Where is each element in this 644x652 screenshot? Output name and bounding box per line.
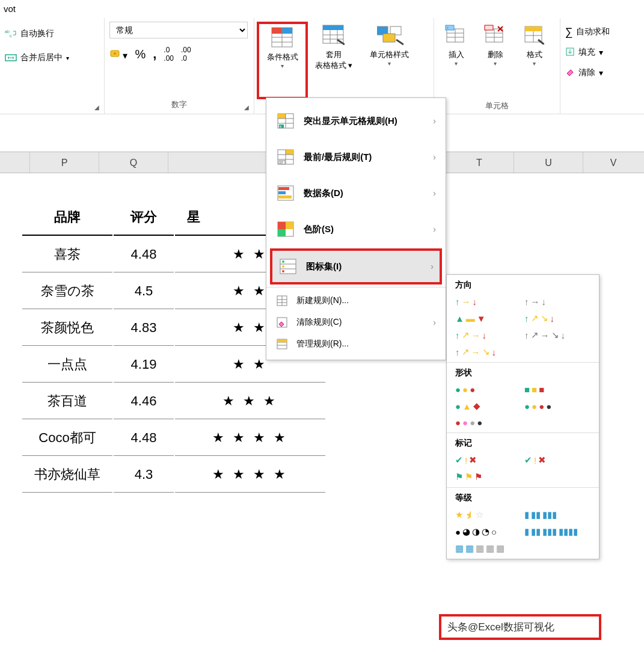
iconset-option[interactable]: ●●●● <box>524 401 575 411</box>
iconset-option[interactable]: ↑↗↘↓ <box>524 313 575 324</box>
iconset-option[interactable]: ↑↗→↓ <box>455 330 506 340</box>
iconset-option[interactable]: ↑↗→↘↓ <box>455 346 506 357</box>
col-header-p[interactable]: P <box>30 152 99 173</box>
cell-brand[interactable]: 喜茶 <box>22 237 112 272</box>
clear-rules-item[interactable]: 清除规则(C) › <box>266 312 446 333</box>
header-score[interactable]: 评分 <box>114 200 174 236</box>
wrap-text-button[interactable]: abc 自动换行 <box>5 22 99 46</box>
svg-rect-7 <box>282 28 292 34</box>
table-row[interactable]: 茶百道4.46★ ★ ★ <box>22 384 325 419</box>
dialog-launcher-icon[interactable]: ◢ <box>244 104 251 111</box>
cell-brand[interactable]: 茶颜悦色 <box>22 310 112 346</box>
iconset-option[interactable]: ✔!✖ <box>455 455 506 466</box>
iconset-option[interactable]: ✔!✖ <box>524 455 575 466</box>
iconset-option[interactable]: ▮▮▮▮▮▮ <box>524 509 575 520</box>
cell-stars[interactable]: ★ ★ ★ ★ <box>175 457 325 493</box>
manage-rules-item[interactable]: 管理规则(R)... <box>266 333 446 355</box>
iconset-option[interactable]: ●●●● <box>455 417 506 428</box>
cell-score[interactable]: 4.83 <box>114 310 174 346</box>
cell-score[interactable]: 4.5 <box>114 274 174 309</box>
svg-rect-56 <box>286 222 293 229</box>
iconset-option[interactable]: ↑→↓ <box>524 297 575 307</box>
decrease-decimal-button[interactable]: .00.0 <box>181 46 191 63</box>
table-format-button[interactable]: 套用 表格格式 ▾ <box>308 22 359 99</box>
table-row[interactable]: Coco都可4.48★ ★ ★ ★ <box>22 420 325 456</box>
iconset-option[interactable]: ■■■ <box>524 384 575 395</box>
dialog-launcher-icon[interactable]: ◢ <box>94 104 102 111</box>
cell-brand[interactable]: 一点点 <box>22 347 112 383</box>
iconset-option[interactable]: ↑→↓ <box>455 297 506 307</box>
cell-score[interactable]: 4.19 <box>114 347 174 383</box>
header-brand[interactable]: 品牌 <box>22 200 112 236</box>
svg-rect-53 <box>278 195 292 198</box>
svg-rect-55 <box>278 222 286 229</box>
cell-stars[interactable]: ★ ★ ★ ★ <box>175 420 325 456</box>
cell-styles-label: 单元格样式 <box>370 49 409 60</box>
cell-brand[interactable]: 书亦烧仙草 <box>22 457 112 493</box>
conditional-format-menu: ≤ 突出显示单元格规则(H) › 10 最前/最后规则(T) › 数据条(D) … <box>266 97 446 360</box>
col-header-v[interactable]: V <box>583 152 643 173</box>
highlight-rules-icon: ≤ <box>276 111 295 131</box>
clear-button[interactable]: 清除 ▾ <box>565 63 640 83</box>
table-format-label1: 套用 <box>326 49 342 60</box>
cell-styles-button[interactable]: 单元格样式 ▾ <box>359 22 419 99</box>
table-row[interactable]: 书亦烧仙草4.3★ ★ ★ ★ <box>22 457 325 493</box>
cell-brand[interactable]: 茶百道 <box>22 384 112 419</box>
section-title: 等级 <box>455 493 590 503</box>
col-header-u[interactable]: U <box>514 152 583 173</box>
iconset-option[interactable]: ▮▮▮▮▮▮▮▮▮▮ <box>524 526 578 537</box>
col-header-t[interactable]: T <box>445 152 514 173</box>
fill-button[interactable]: 填充 ▾ <box>565 42 640 63</box>
cell-score[interactable]: 4.46 <box>114 384 174 419</box>
svg-rect-12 <box>323 25 343 30</box>
table-format-icon <box>322 24 346 47</box>
cell-brand[interactable]: Coco都可 <box>22 420 112 456</box>
cell-score[interactable]: 4.48 <box>114 237 174 272</box>
iconset-option[interactable]: ▲▬▼ <box>455 313 506 324</box>
autosum-label: 自动求和 <box>576 26 610 37</box>
submenu-arrow-icon: › <box>433 224 436 234</box>
chevron-down-icon: ▾ <box>455 60 458 67</box>
menu-label: 新建规则(N)... <box>296 295 349 306</box>
iconset-option[interactable]: ●▲◆ <box>455 401 506 411</box>
iconset-option[interactable]: ⚑⚑⚑ <box>455 472 506 482</box>
cell-score[interactable]: 4.48 <box>114 420 174 456</box>
comma-button[interactable]: , <box>153 46 156 62</box>
merge-center-button[interactable]: 合并后居中 ▾ <box>5 46 99 70</box>
data-bars-item[interactable]: 数据条(D) › <box>266 175 446 211</box>
number-group: 常规 ▾ % , .0.00 .00.0 数字 ◢ <box>105 18 254 114</box>
cell-score[interactable]: 4.3 <box>114 457 174 493</box>
clear-label: 清除 <box>578 67 595 78</box>
iconset-option[interactable]: ●◕◑◔○ <box>455 526 506 537</box>
svg-text:+: + <box>446 25 449 31</box>
new-rule-item[interactable]: 新建规则(N)... <box>266 290 446 312</box>
icon-sets-item[interactable]: 图标集(I) › <box>270 248 442 284</box>
currency-button[interactable]: ▾ <box>109 47 127 61</box>
format-button[interactable]: 格式 ▾ <box>515 22 554 99</box>
iconset-option[interactable]: ↑↗→↘↓ <box>524 330 575 340</box>
increase-decimal-button[interactable]: .0.00 <box>164 46 174 63</box>
svg-rect-72 <box>277 339 287 342</box>
insert-button[interactable]: + 插入 ▾ <box>437 22 476 99</box>
svg-point-63 <box>282 270 284 272</box>
svg-point-61 <box>282 260 284 263</box>
autosum-button[interactable]: ∑ 自动求和 <box>565 22 640 42</box>
svg-rect-6 <box>272 28 282 34</box>
menu-label: 清除规则(C) <box>296 317 342 328</box>
col-header-q[interactable]: Q <box>99 152 168 173</box>
menu-label: 突出显示单元格规则(H) <box>304 115 397 127</box>
color-scales-item[interactable]: 色阶(S) › <box>266 211 446 247</box>
delete-button[interactable]: 删除 ▾ <box>476 22 515 99</box>
table-format-label2: 表格格式 ▾ <box>315 60 353 71</box>
sigma-icon: ∑ <box>565 26 573 38</box>
iconset-option[interactable]: ●●● <box>455 384 506 395</box>
cell-brand[interactable]: 奈雪の茶 <box>22 274 112 309</box>
cell-stars[interactable]: ★ ★ ★ <box>175 384 325 419</box>
percent-button[interactable]: % <box>135 48 146 61</box>
conditional-format-button[interactable]: 条件格式 ▾ <box>257 22 308 99</box>
number-format-select[interactable]: 常规 <box>109 22 248 38</box>
top-bottom-rules-item[interactable]: 10 最前/最后规则(T) › <box>266 139 446 175</box>
highlight-cells-rules-item[interactable]: ≤ 突出显示单元格规则(H) › <box>266 103 446 139</box>
iconset-option[interactable]: ▦▦▦▦▦ <box>455 543 506 554</box>
iconset-option[interactable]: ★⯨☆ <box>455 509 506 520</box>
